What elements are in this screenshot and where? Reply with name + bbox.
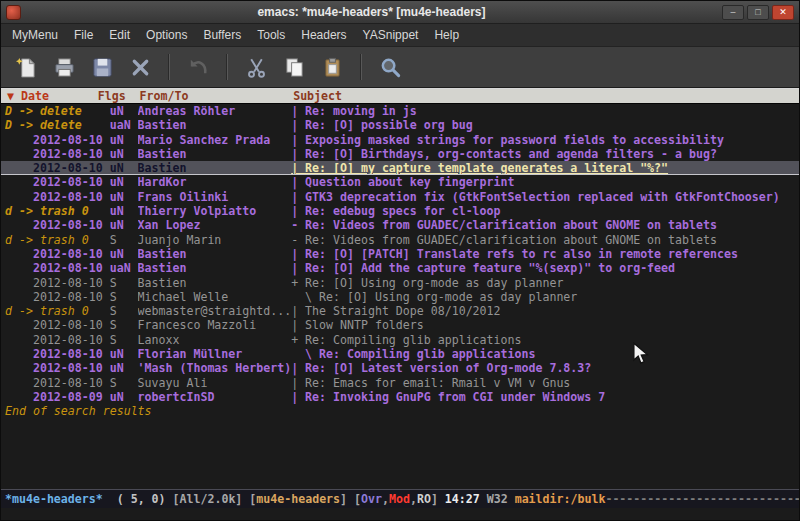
save-icon[interactable] xyxy=(87,52,117,82)
subject-cell: | Slow NNTP folders xyxy=(291,318,799,332)
message-row[interactable]: d -> trash 0SJuanjo Marin- Re: Videos fr… xyxy=(1,233,799,247)
subject-cell: | Re: moving in js xyxy=(291,104,799,118)
menubar-item-help[interactable]: Help xyxy=(426,25,467,45)
menubar: MyMenuFileEditOptionsBuffersToolsHeaders… xyxy=(1,24,799,47)
toolbar-separator xyxy=(168,54,170,80)
message-row[interactable]: 2012-08-10uNFrans Oilinki| GTK3 deprecat… xyxy=(1,190,799,204)
message-row[interactable]: 2012-08-10uNHardKor| Question about key … xyxy=(1,175,799,189)
modeline-segment: , xyxy=(410,492,417,506)
flags-cell: uN xyxy=(110,361,138,375)
from-cell: Bastien xyxy=(138,118,292,132)
modeline-segment: Ovr xyxy=(361,492,382,506)
message-row[interactable]: 2012-08-10uN'Mash (Thomas Herbert)| Re: … xyxy=(1,361,799,375)
flags-cell: S xyxy=(110,233,138,247)
emacs-app-icon xyxy=(6,5,21,20)
flags-cell: uN xyxy=(110,104,138,118)
message-row[interactable]: 2012-08-10uNBastien| Re: [O] Birthdays, … xyxy=(1,147,799,161)
menubar-item-edit[interactable]: Edit xyxy=(101,25,138,45)
message-list: D -> deleteuNAndreas Röhler| Re: moving … xyxy=(1,104,799,404)
copy-icon[interactable] xyxy=(279,52,309,82)
column-header-flags[interactable]: Flgs xyxy=(98,89,140,103)
flags-cell: S xyxy=(110,304,138,318)
date-cell: 2012-08-10 xyxy=(5,133,110,147)
message-row[interactable]: 2012-08-09uNrobertcInSD| Re: Invoking Gn… xyxy=(1,390,799,404)
flags-cell: uN xyxy=(110,347,138,361)
column-header-from[interactable]: From/To xyxy=(140,89,294,103)
message-row[interactable]: D -> deleteuaNBastien| Re: [O] possible … xyxy=(1,118,799,132)
message-row[interactable]: 2012-08-10uNBastien| Re: [O] [PATCH] Tra… xyxy=(1,247,799,261)
subject-cell: | Re: [O] Latest version of Org-mode 7.8… xyxy=(291,361,799,375)
subject-cell: | Re: [O] possible org bug xyxy=(291,118,799,132)
date-cell: 2012-08-10 xyxy=(5,261,110,275)
search-icon[interactable] xyxy=(375,52,405,82)
subject-cell: - Re: Videos from GUADEC/clarification a… xyxy=(291,233,799,247)
message-row[interactable]: 2012-08-10SMichael Welle \ Re: [O] Using… xyxy=(1,290,799,304)
modeline-segment: , xyxy=(382,492,389,506)
message-row[interactable]: 2012-08-10SFrancesco Mazzoli| Slow NNTP … xyxy=(1,318,799,332)
menubar-item-file[interactable]: File xyxy=(66,25,101,45)
from-cell: Thierry Volpiatto xyxy=(138,204,292,218)
close-button[interactable]: ✕ xyxy=(772,5,794,20)
message-row[interactable]: D -> deleteuNAndreas Röhler| Re: moving … xyxy=(1,104,799,118)
flags-cell: uN xyxy=(110,218,138,232)
message-row[interactable]: 2012-08-10uNFlorian Müllner \ Re: Compil… xyxy=(1,347,799,361)
from-cell: Bastien xyxy=(138,276,292,290)
flags-cell: uN xyxy=(110,390,138,404)
message-row[interactable]: 2012-08-10SBastien+ Re: [O] Using org-mo… xyxy=(1,276,799,290)
menubar-item-buffers[interactable]: Buffers xyxy=(195,25,249,45)
flags-cell: S xyxy=(110,333,138,347)
toolbar-separator xyxy=(226,54,228,80)
message-row[interactable]: d -> trash 0uNThierry Volpiatto| Re: ede… xyxy=(1,204,799,218)
maximize-button[interactable]: □ xyxy=(747,5,769,20)
mu4e-headers-buffer[interactable]: ▼ Date Flgs From/To Subject D -> deleteu… xyxy=(1,88,799,489)
message-row[interactable]: d -> trash 0Swebmaster@straightd...| The… xyxy=(1,304,799,318)
echo-area[interactable] xyxy=(1,508,799,520)
new-file-icon[interactable] xyxy=(11,52,41,82)
modeline-segment: mu4e-headers xyxy=(256,492,340,506)
modeline-segment: W32 xyxy=(487,492,515,506)
modeline-segment: [All/2.0k] xyxy=(173,492,250,506)
toolbar-separator xyxy=(360,54,362,80)
cut-icon[interactable] xyxy=(241,52,271,82)
menubar-item-tools[interactable]: Tools xyxy=(249,25,293,45)
menubar-item-mymenu[interactable]: MyMenu xyxy=(4,25,66,45)
undo-icon xyxy=(183,52,213,82)
modeline[interactable]: *mu4e-headers* ( 5, 0) [All/2.0k] [mu4e-… xyxy=(1,489,799,508)
headers-header-line: ▼ Date Flgs From/To Subject xyxy=(1,89,799,104)
from-cell: Lanoxx xyxy=(138,333,292,347)
date-cell: 2012-08-10 xyxy=(5,318,110,332)
print-icon[interactable] xyxy=(49,52,79,82)
message-row[interactable]: 2012-08-10SLanoxx+ Re: Compiling glib ap… xyxy=(1,333,799,347)
titlebar[interactable]: emacs: *mu4e-headers* [mu4e-headers] –□✕ xyxy=(1,1,799,24)
date-cell: 2012-08-10 xyxy=(5,247,110,261)
subject-cell: + Re: [O] Using org-mode as day planner xyxy=(291,276,799,290)
subject-cell: | Re: [O] Add the capture feature "%(sex… xyxy=(291,261,799,275)
menubar-item-headers[interactable]: Headers xyxy=(293,25,354,45)
subject-cell: | Question about key fingerprint xyxy=(291,175,799,189)
subject-cell: | Re: edebug specs for cl-loop xyxy=(291,204,799,218)
toolbar xyxy=(1,47,799,88)
message-row[interactable]: 2012-08-10uNXan Lopez- Re: Videos from G… xyxy=(1,218,799,232)
modeline-segment: Mod xyxy=(389,492,410,506)
modeline-segment: ] xyxy=(340,492,354,506)
date-cell: d -> trash 0 xyxy=(5,233,110,247)
message-row[interactable]: 2012-08-10SSuvayu Ali| Re: Emacs for ema… xyxy=(1,376,799,390)
column-header-date[interactable]: ▼ Date xyxy=(7,89,98,103)
menubar-item-options[interactable]: Options xyxy=(138,25,195,45)
flags-cell: S xyxy=(110,376,138,390)
modeline-segment: ( 5, 0) xyxy=(103,492,173,506)
close-icon[interactable] xyxy=(125,52,155,82)
menubar-item-yasnippet[interactable]: YASnippet xyxy=(355,25,427,45)
date-cell: 2012-08-10 xyxy=(5,333,110,347)
message-row[interactable]: 2012-08-10uaNBastien| Re: [O] Add the ca… xyxy=(1,261,799,275)
modeline-segment: ] xyxy=(431,492,445,506)
column-header-subject[interactable]: Subject xyxy=(293,89,799,103)
from-cell: webmaster@straightd... xyxy=(138,304,292,318)
paste-icon[interactable] xyxy=(317,52,347,82)
flags-cell: uN xyxy=(110,175,138,189)
mouse-cursor xyxy=(632,342,650,365)
message-row[interactable]: 2012-08-10uNBastien| Re: [O] my capture … xyxy=(1,161,799,175)
minimize-button[interactable]: – xyxy=(722,5,744,20)
subject-cell: | Exposing masked strings for password f… xyxy=(291,133,799,147)
message-row[interactable]: 2012-08-10uNMario Sanchez Prada| Exposin… xyxy=(1,133,799,147)
